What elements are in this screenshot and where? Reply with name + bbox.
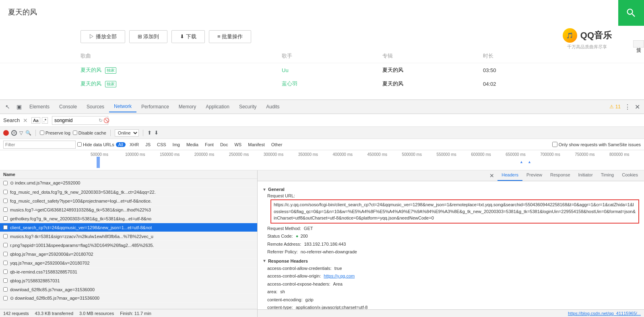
clear-search-icon[interactable]: 🚫 [103, 118, 109, 123]
batch-button[interactable]: ≡ 批量操作 [209, 30, 251, 43]
filter-icon[interactable]: ▽ [19, 130, 23, 136]
response-headers-section-header[interactable]: ▼ Response Headers [262, 259, 639, 263]
request-item-1[interactable]: fcg_music_red_dota.fcg?g_tk_new_20200303… [0, 188, 257, 197]
req-checkbox-5[interactable] [3, 225, 8, 230]
request-item-10[interactable]: qb-ie-remind.css?1588328857031 [0, 267, 257, 276]
tab-network[interactable]: Network [109, 101, 136, 112]
filter-row: Hide data URLs All XHR JS CSS Img Media … [0, 139, 644, 150]
filter-ws-btn[interactable]: WS [232, 141, 244, 148]
play-all-button[interactable]: ▷ 播放全部 [80, 30, 125, 43]
request-item-4[interactable]: gethotkey.fcg?g_tk_new_20200303=5381&g_t… [0, 214, 257, 223]
search-label: Search [3, 117, 20, 123]
regex-icon[interactable]: .* [42, 117, 48, 124]
tab-audits[interactable]: Audits [261, 102, 284, 112]
filter-input[interactable] [5, 142, 66, 147]
req-checkbox-0[interactable] [3, 181, 8, 185]
devtools-menu-icon[interactable]: ⋮ [623, 102, 632, 112]
req-checkbox-3[interactable] [3, 207, 8, 212]
tab-performance[interactable]: Performance [136, 102, 174, 112]
devtools-close-icon[interactable]: ✕ [632, 102, 642, 112]
song-row-2[interactable]: 夏天的风 独家 蓝心羽 夏天的风 04:02 [0, 77, 644, 91]
disable-cache-checkbox[interactable]: Disable cache [73, 131, 106, 135]
resp-header-2: access-control-expose-headers: Area [267, 281, 639, 288]
request-item-9[interactable]: yqq.js?max_age=2592000&v=20180702 [0, 259, 257, 267]
request-item-3[interactable]: musics.fcg?-=getCGI636812489310328&g_tk=… [0, 205, 257, 214]
details-tab-timing[interactable]: Timing [597, 170, 618, 181]
download-button[interactable]: ⬇ 下载 [171, 30, 205, 43]
search-input[interactable] [54, 118, 99, 123]
tab-application[interactable]: Application [201, 102, 234, 112]
request-url-value[interactable]: https://c.y.qq.com/soso/fcgi-bin/client_… [270, 199, 639, 224]
req-checkbox-10[interactable] [3, 269, 8, 274]
tab-memory[interactable]: Memory [174, 102, 201, 112]
req-checkbox-2[interactable] [3, 199, 8, 203]
request-item-7[interactable]: r.png?appid=10013&speedparams=flag1%3D16… [0, 241, 257, 250]
song-row-1[interactable]: 夏天的风 独家 Uu 夏天的风 03:50 [0, 63, 644, 77]
throttle-select[interactable]: Online [115, 129, 139, 137]
req-checkbox-11[interactable] [3, 278, 8, 283]
request-item-0[interactable]: ⊙ index.umd.js?max_age=2592000 [0, 179, 257, 188]
hide-data-urls-checkbox[interactable]: Hide data URLs [77, 142, 114, 147]
req-checkbox-6[interactable] [3, 234, 8, 238]
devtools-pointer-icon[interactable]: ↖ [3, 102, 12, 112]
req-checkbox-8[interactable] [3, 252, 8, 256]
refresh-icon[interactable]: ↻ [99, 118, 103, 123]
details-tab-preview[interactable]: Preview [522, 170, 546, 181]
filter-all-btn[interactable]: All [116, 142, 126, 147]
app-header: 夏天的风 [0, 0, 644, 24]
filter-js-btn[interactable]: JS [143, 141, 153, 148]
import-har-icon[interactable]: ⬆ [147, 130, 152, 136]
filter-media-btn[interactable]: Media [184, 141, 201, 148]
feedback-button[interactable]: 反馈 [633, 40, 644, 48]
only-samesite-checkbox[interactable]: Only show requests with SameSite issues [552, 142, 641, 147]
request-item-11[interactable]: qblog.js?1588328857031 [0, 276, 257, 285]
request-item-6[interactable]: musics.fcg?-tk=5381&sign=zzacv7m2lkulw1e… [0, 232, 257, 241]
tab-security[interactable]: Security [234, 102, 261, 112]
req-name-13: ⊙ download_62f8c85.js?max_age=31536000 [10, 296, 254, 301]
request-item-2[interactable]: fcg_music_collect_safety?type=100&projec… [0, 197, 257, 205]
case-sensitive-icon[interactable]: Aa [31, 117, 40, 124]
details-close-icon[interactable]: ✕ [486, 170, 497, 181]
request-item-5[interactable]: client_search_cp?ct=24&qqmusic_ver=1298&… [0, 223, 257, 232]
stop-button[interactable]: ⊘ [11, 130, 17, 136]
search-close-icon[interactable]: ✕ [23, 117, 28, 124]
tab-elements[interactable]: Elements [25, 102, 54, 112]
details-tab-cookies[interactable]: Cookies [618, 170, 642, 181]
filter-img-btn[interactable]: Img [170, 141, 182, 148]
export-har-icon[interactable]: ⬇ [154, 130, 159, 136]
search-network-icon[interactable]: 🔍 [25, 130, 31, 136]
req-checkbox-1[interactable] [3, 190, 8, 194]
details-tab-initiator[interactable]: Initiator [574, 170, 597, 181]
record-button[interactable] [3, 130, 9, 136]
bottom-link[interactable]: https://blog.csdn.net/qq_41115965/... [568, 311, 641, 316]
filter-css-btn[interactable]: CSS [155, 141, 169, 148]
filter-doc-btn[interactable]: Doc [218, 141, 231, 148]
tl-650k: 650000 ms [506, 152, 540, 157]
details-tab-headers[interactable]: Headers [497, 170, 522, 181]
general-section-header[interactable]: ▼ General [262, 187, 639, 192]
req-checkbox-9[interactable] [3, 261, 8, 265]
album-2: 夏天的风 [382, 80, 483, 87]
request-item-12[interactable]: download_62f8c85.js?max_age=31536000 [0, 285, 257, 294]
requests-list[interactable]: ⊙ index.umd.js?max_age=2592000 fcg_music… [0, 179, 257, 309]
add-to-button[interactable]: ⊞ 添加到 [129, 30, 168, 43]
request-item-13[interactable]: ⊙ download_62f8c85.js?max_age=31536000 [0, 294, 257, 303]
devtools-device-icon[interactable]: ▣ [14, 102, 24, 112]
req-name-2: fcg_music_collect_safety?type=100&projec… [10, 199, 254, 203]
tab-console[interactable]: Console [54, 102, 82, 112]
qq-music-subtitle: 千万高品质曲库尽享 [567, 44, 607, 50]
details-tab-response[interactable]: Response [546, 170, 574, 181]
req-checkbox-13[interactable] [3, 296, 8, 300]
filter-xhr-btn[interactable]: XHR [127, 141, 141, 148]
app-search-button[interactable] [618, 0, 644, 26]
filter-other-btn[interactable]: Other [269, 141, 285, 148]
req-checkbox-4[interactable] [3, 216, 8, 221]
filter-font-btn[interactable]: Font [202, 141, 216, 148]
request-item-8[interactable]: qblog.js?max_age=2592000&v=20180702 [0, 250, 257, 259]
filter-manifest-btn[interactable]: Manifest [246, 141, 267, 148]
req-checkbox-12[interactable] [3, 287, 8, 292]
tab-sources[interactable]: Sources [82, 102, 109, 112]
referrer-policy-field: Referrer Policy: no-referrer-when-downgr… [267, 249, 639, 255]
preserve-log-checkbox[interactable]: Preserve log [40, 131, 70, 135]
req-checkbox-7[interactable] [3, 243, 8, 247]
